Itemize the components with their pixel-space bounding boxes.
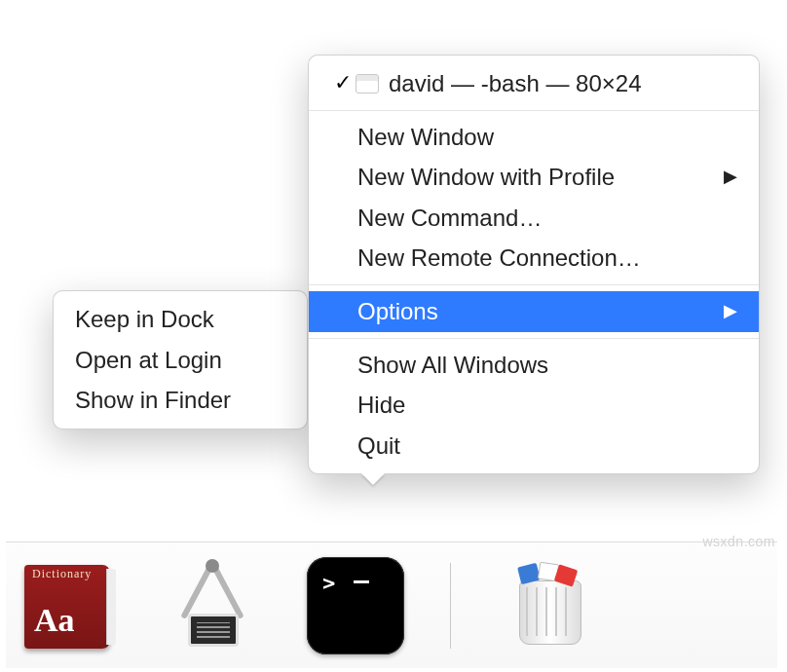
menu-label: Hide (357, 389, 405, 422)
submenu-arrow-icon: ▶ (724, 299, 737, 323)
menu-label: Quit (357, 429, 400, 463)
dock-item-system[interactable] (158, 552, 265, 659)
session-label: david — -bash — 80×24 (389, 67, 642, 100)
dictionary-cover-label: Dictionary (32, 567, 108, 581)
menu-item-hide[interactable]: Hide (309, 385, 759, 426)
menu-label: New Window (357, 121, 494, 154)
menu-label: New Window with Profile (357, 161, 615, 194)
menu-item-new-remote-connection[interactable]: New Remote Connection… (309, 238, 759, 279)
menu-item-options[interactable]: Options ▶ (309, 291, 759, 332)
submenu-label: Open at Login (75, 344, 222, 377)
checkmark-icon: ✓ (334, 68, 356, 98)
menu-separator (309, 284, 759, 285)
terminal-window-icon (356, 74, 379, 93)
menu-label: Show All Windows (357, 349, 548, 382)
menu-item-session[interactable]: ✓ david — -bash — 80×24 (309, 63, 759, 104)
dock: Dictionary Aa > (6, 541, 777, 668)
menu-item-new-command[interactable]: New Command… (309, 198, 759, 239)
menu-label: Options (357, 295, 438, 328)
compass-icon (163, 557, 260, 654)
menu-item-new-window[interactable]: New Window (309, 117, 759, 158)
submenu-label: Keep in Dock (75, 303, 214, 336)
menu-pointer-icon (361, 473, 385, 485)
dock-divider (450, 563, 451, 649)
menu-item-show-all-windows[interactable]: Show All Windows (309, 345, 759, 386)
dictionary-icon: Dictionary Aa (20, 559, 114, 653)
options-submenu: Keep in Dock Open at Login Show in Finde… (53, 290, 308, 429)
menu-item-quit[interactable]: Quit (309, 426, 759, 467)
menu-label: New Command… (357, 202, 542, 235)
dock-item-terminal[interactable]: > (302, 552, 409, 659)
menu-item-new-window-profile[interactable]: New Window with Profile ▶ (309, 157, 759, 198)
terminal-icon: > (307, 557, 404, 654)
dock-item-dictionary[interactable]: Dictionary Aa (14, 552, 121, 659)
submenu-item-show-in-finder[interactable]: Show in Finder (54, 380, 307, 421)
dock-item-trash[interactable] (492, 552, 599, 659)
dock-context-menu: ✓ david — -bash — 80×24 New Window New W… (308, 55, 760, 474)
menu-label: New Remote Connection… (357, 242, 641, 275)
submenu-item-keep-in-dock[interactable]: Keep in Dock (54, 299, 307, 340)
trash-icon (511, 563, 589, 649)
submenu-label: Show in Finder (75, 384, 231, 417)
menu-separator (309, 110, 759, 111)
dictionary-aa: Aa (34, 602, 75, 639)
menu-separator (309, 338, 759, 339)
submenu-item-open-at-login[interactable]: Open at Login (54, 340, 307, 381)
submenu-arrow-icon: ▶ (724, 165, 737, 189)
